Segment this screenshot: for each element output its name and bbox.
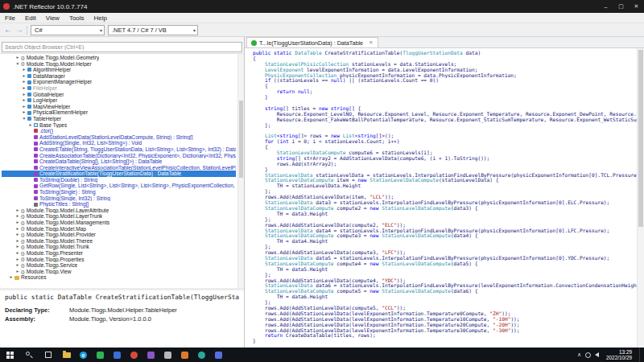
- tree-item[interactable]: ▸LogHelper: [2, 97, 236, 104]
- tree-item[interactable]: ▸FileHelper: [2, 85, 236, 92]
- tree-item[interactable]: CreateETable(String, TloggUserStationDat…: [2, 146, 236, 153]
- task-view-button[interactable]: [39, 348, 58, 362]
- tab-close-icon[interactable]: ✕: [369, 39, 373, 46]
- taskbar-app-icon[interactable]: [159, 348, 176, 362]
- expander-collapsed-icon[interactable]: ▸: [21, 92, 27, 98]
- taskbar-app-icon[interactable]: [126, 348, 142, 362]
- taskbar-app-icon[interactable]: [176, 348, 193, 362]
- tree-item[interactable]: ▸{}Module.Tlogp.Properties: [2, 257, 236, 263]
- tree-item[interactable]: ▸{}Module.Tlogp.Presenter: [2, 250, 236, 257]
- expander-collapsed-icon[interactable]: ▸: [21, 67, 27, 73]
- menu-help[interactable]: Help: [89, 14, 112, 22]
- file-explorer-icon[interactable]: [58, 348, 75, 362]
- tree-item[interactable]: ▾TableHelper: [2, 116, 236, 122]
- tree-item[interactable]: ▸{}Module.Tlogp.Model.Managements: [2, 220, 236, 226]
- back-button[interactable]: ←: [4, 26, 12, 34]
- tree-item[interactable]: ▸AlgorithmHelper: [2, 67, 236, 73]
- tree-item[interactable]: ▸{}Module.Tlogp.View: [2, 269, 236, 275]
- expander-collapsed-icon[interactable]: ▸: [21, 79, 27, 85]
- expander-collapsed-icon[interactable]: ▸: [14, 208, 21, 214]
- tree-item[interactable]: ToString(Single) : String: [2, 189, 236, 195]
- minimize-button[interactable]: –: [598, 0, 613, 13]
- expander-collapsed-icon[interactable]: ▸: [14, 55, 21, 61]
- expander-collapsed-icon[interactable]: ▸: [8, 274, 14, 281]
- menu-file[interactable]: File: [0, 14, 20, 22]
- tree-item[interactable]: ▸MapViewHelper: [2, 104, 236, 110]
- tree-item[interactable]: AddString(Single, Int32, List<String>) :…: [2, 140, 236, 146]
- expander-collapsed-icon[interactable]: ▸: [14, 250, 21, 257]
- tree-item[interactable]: ▸{}Module.Tlogp.Model.Geometry: [2, 55, 236, 61]
- maximize-button[interactable]: ▢: [613, 0, 629, 13]
- search-input[interactable]: [2, 42, 242, 52]
- tree-item[interactable]: ToString(Single, Int32) : String: [2, 195, 236, 202]
- tree-scrollbar-thumb[interactable]: [239, 101, 243, 178]
- tree-item[interactable]: CreateInteractiveViewAssociationTable(St…: [2, 165, 236, 171]
- expander-collapsed-icon[interactable]: ▸: [14, 220, 21, 226]
- hidden-icons-chevron[interactable]: ∧: [577, 352, 581, 358]
- expander-expanded-icon[interactable]: ▾: [14, 61, 21, 68]
- tree-item[interactable]: CreateAssociationTable(Dictionary<Int32,…: [2, 153, 236, 159]
- taskbar-app-icon[interactable]: [142, 348, 159, 362]
- volume-icon[interactable]: [595, 352, 599, 357]
- tree-item[interactable]: ▸{}Module.Tlogp.Model.Map: [2, 226, 236, 232]
- tree-item[interactable]: PhysicTitles : String[]: [2, 201, 236, 208]
- taskbar-search-button[interactable]: [19, 348, 39, 362]
- menu-tools[interactable]: Tools: [64, 14, 89, 22]
- tree-item[interactable]: ▸Resources: [2, 274, 236, 281]
- expander-expanded-icon[interactable]: ▾: [21, 116, 27, 122]
- framework-select[interactable]: .NET 4.7 / C# 7 / VB ▾: [108, 25, 198, 35]
- tree-scrollbar[interactable]: [237, 54, 244, 288]
- tree-item[interactable]: ▸PhysicalElementHelper: [2, 109, 236, 116]
- edge-icon[interactable]: e: [75, 348, 92, 362]
- tree-item[interactable]: ▸{}Module.Tlogp.Model.LayerAttribute: [2, 208, 236, 214]
- taskbar-app-icon[interactable]: [193, 348, 210, 362]
- network-icon[interactable]: [585, 352, 591, 358]
- tree-item[interactable]: ▸DataManager: [2, 73, 236, 80]
- tree-item[interactable]: GetRow(Single, List<String>, List<String…: [2, 183, 236, 189]
- expander-collapsed-icon[interactable]: ▸: [27, 122, 34, 129]
- tree-item[interactable]: ▸{}Module.Tlogp.Model.Theree: [2, 238, 236, 245]
- expander-collapsed-icon[interactable]: ▸: [14, 262, 21, 269]
- expander-collapsed-icon[interactable]: ▸: [14, 257, 21, 263]
- forward-button[interactable]: →: [15, 26, 23, 34]
- taskbar-app-icon[interactable]: [210, 348, 227, 362]
- tree-item[interactable]: ToString(Double) : String: [2, 177, 236, 183]
- taskbar-app-icon[interactable]: [109, 348, 126, 362]
- tree-item[interactable]: ▸{}Module.Tlogp.Model.Provider: [2, 232, 236, 238]
- menu-view[interactable]: View: [41, 14, 64, 22]
- code-scrollbar-thumb[interactable]: [638, 50, 643, 227]
- taskbar-clock[interactable]: 13:29 2022/10/29: [603, 349, 635, 361]
- expander-collapsed-icon[interactable]: ▸: [14, 238, 21, 245]
- start-button[interactable]: [0, 348, 19, 362]
- tree-item[interactable]: CreateStratificationTable(TloggUserStati…: [2, 171, 236, 177]
- expander-collapsed-icon[interactable]: ▸: [14, 232, 21, 238]
- tree-item[interactable]: ▾{}Module.Tlogp.Model.Helper: [2, 61, 236, 68]
- expander-collapsed-icon[interactable]: ▸: [14, 244, 21, 250]
- tree-item[interactable]: ▸ExponentManagerHelper: [2, 79, 236, 85]
- close-button[interactable]: ✕: [629, 0, 644, 13]
- expander-collapsed-icon[interactable]: ▸: [21, 85, 27, 92]
- code-area[interactable]: public static DataTable CreateStratifica…: [245, 48, 644, 348]
- expander-collapsed-icon[interactable]: ▸: [21, 97, 27, 104]
- tree-item-label: Module.Tlogp.Model.LayerAttribute: [27, 208, 109, 214]
- code-tab[interactable]: T...le(TloggUserStationData) : DataTable…: [246, 37, 378, 47]
- tree-item[interactable]: ▸Base Types: [2, 122, 236, 129]
- expander-collapsed-icon[interactable]: ▸: [21, 109, 27, 116]
- expander-collapsed-icon[interactable]: ▸: [14, 269, 21, 275]
- expander-collapsed-icon[interactable]: ▸: [14, 226, 21, 232]
- taskbar-app-icon[interactable]: [92, 348, 109, 362]
- tree-item[interactable]: ▸{}Module.Tlogp.Service: [2, 262, 236, 269]
- tree-item[interactable]: CreateDataTable(String[], List<String[]>…: [2, 158, 236, 165]
- tree-item[interactable]: ▸{}Module.Tlogp.Model.Trunk: [2, 244, 236, 250]
- expander-collapsed-icon[interactable]: ▸: [21, 73, 27, 80]
- menu-edit[interactable]: Edit: [20, 14, 41, 22]
- tree-item[interactable]: .ctor(): [2, 128, 236, 134]
- show-desktop-button[interactable]: [639, 348, 642, 362]
- expander-collapsed-icon[interactable]: ▸: [14, 213, 21, 220]
- tree-item[interactable]: ▸{}Module.Tlogp.Model.LayerTrunk: [2, 213, 236, 220]
- expander-collapsed-icon[interactable]: ▸: [21, 104, 27, 110]
- code-scrollbar[interactable]: [637, 48, 644, 348]
- tree-item[interactable]: ▸GlobalHelper: [2, 92, 236, 98]
- tree-item[interactable]: AddStationLevelData(StationLevelDataComp…: [2, 134, 236, 141]
- language-select[interactable]: C# ▾: [31, 25, 105, 35]
